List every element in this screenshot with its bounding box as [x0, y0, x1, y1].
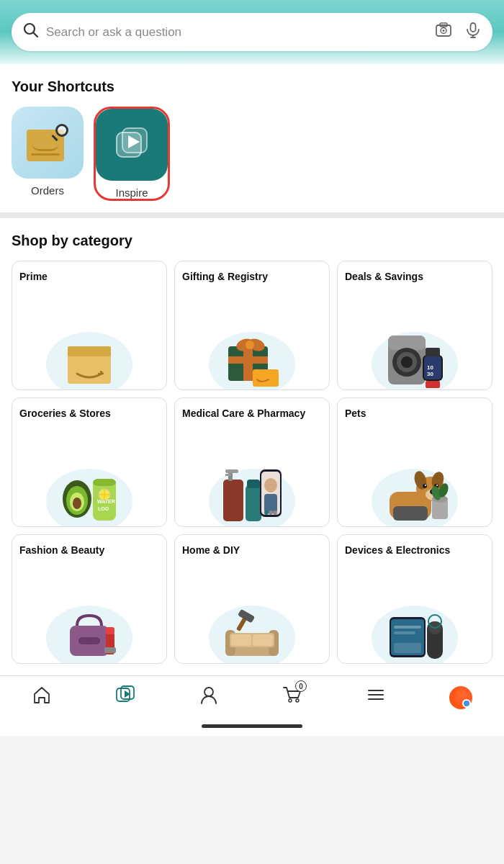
deals-product: 10 30: [345, 302, 485, 390]
category-prime[interactable]: Prime: [12, 261, 167, 390]
category-fashion[interactable]: Fashion & Beauty: [12, 534, 167, 664]
category-pets[interactable]: Pets: [337, 397, 492, 527]
svg-rect-45: [225, 469, 238, 473]
camera-icon[interactable]: [435, 22, 452, 42]
category-groceries-label: Groceries & Stores: [19, 407, 159, 433]
cart-count-badge: 0: [295, 680, 307, 692]
inspire-nav-icon: [115, 685, 135, 710]
medical-product: [182, 438, 322, 526]
gift-svg: [220, 325, 284, 390]
category-deals[interactable]: Deals & Savings: [337, 261, 492, 390]
category-medical[interactable]: Medical Care & Pharmacy: [174, 397, 330, 527]
search-icon: [23, 22, 39, 42]
deals-img: 10 30: [345, 302, 485, 390]
fashion-product: [19, 575, 159, 663]
medical-svg: [220, 458, 284, 526]
category-gifting[interactable]: Gifting & Registry: [174, 261, 330, 390]
svg-rect-31: [426, 348, 440, 356]
category-fashion-label: Fashion & Beauty: [19, 544, 159, 570]
svg-point-54: [269, 510, 273, 515]
account-nav-icon: [199, 685, 219, 710]
search-placeholder-text: Search or ask a question: [46, 25, 428, 40]
devices-product: [345, 575, 485, 663]
svg-rect-30: [426, 381, 440, 388]
svg-point-96: [289, 699, 292, 702]
menu-nav-icon: [366, 685, 386, 710]
shortcuts-section: Your Shortcuts Orders: [0, 64, 504, 212]
fashion-img: [19, 575, 159, 663]
groceries-img: WATER LOO: [19, 438, 159, 526]
category-home-label: Home & DIY: [182, 544, 322, 570]
pets-img: [345, 438, 485, 526]
category-groceries[interactable]: Groceries & Stores WAT: [12, 397, 167, 527]
nav-cart[interactable]: 0: [282, 685, 302, 710]
orders-icon-box: [12, 107, 84, 179]
groceries-product: WATER LOO: [19, 438, 159, 526]
orders-magnify: [50, 124, 68, 143]
orders-label: Orders: [31, 184, 64, 197]
svg-point-63: [423, 484, 427, 488]
svg-point-35: [73, 498, 81, 509]
mic-icon[interactable]: [465, 22, 481, 42]
svg-rect-52: [264, 494, 277, 513]
category-devices-label: Devices & Electronics: [345, 544, 485, 570]
orders-smile: [32, 144, 58, 151]
svg-text:10: 10: [427, 364, 433, 371]
groceries-svg: WATER LOO: [57, 462, 122, 526]
home-svg: [220, 606, 284, 663]
prime-img: [19, 302, 159, 390]
nav-menu[interactable]: [366, 685, 386, 710]
svg-rect-46: [225, 474, 231, 476]
pets-svg: [379, 462, 451, 526]
svg-point-55: [273, 510, 277, 515]
svg-rect-75: [104, 647, 116, 653]
shortcut-inspire[interactable]: Inspire: [94, 107, 170, 201]
svg-rect-91: [394, 643, 421, 653]
category-prime-label: Prime: [19, 270, 159, 296]
inspire-icon-box: [96, 109, 168, 181]
svg-text:LOO: LOO: [98, 506, 109, 511]
pets-product: [345, 438, 485, 526]
svg-rect-43: [223, 480, 243, 521]
category-grid: Prime: [12, 261, 492, 664]
magnify-circle: [55, 124, 68, 137]
devices-img: [345, 575, 485, 663]
inspire-icon: [112, 125, 151, 164]
ai-nav-icon: [449, 686, 472, 709]
gifting-img: [182, 302, 322, 390]
nav-inspire[interactable]: [115, 685, 135, 710]
svg-rect-13: [68, 346, 111, 356]
section-separator: [0, 212, 504, 218]
category-home[interactable]: Home & DIY: [174, 534, 330, 664]
svg-point-25: [401, 356, 413, 368]
svg-rect-57: [393, 506, 428, 521]
svg-point-53: [264, 510, 269, 515]
svg-point-65: [425, 485, 426, 486]
svg-rect-47: [246, 485, 261, 521]
svg-rect-83: [238, 609, 255, 624]
category-devices[interactable]: Devices & Electronics: [337, 534, 492, 664]
devices-svg: [382, 606, 447, 663]
nav-ai[interactable]: [449, 686, 472, 709]
svg-rect-6: [471, 23, 476, 32]
category-section: Shop by category Prime: [0, 218, 504, 675]
shortcuts-title: Your Shortcuts: [12, 78, 492, 95]
home-img: [182, 575, 322, 663]
svg-point-95: [204, 688, 213, 696]
svg-rect-90: [394, 631, 415, 634]
medical-img: [182, 438, 322, 526]
svg-rect-48: [247, 480, 260, 488]
search-bar[interactable]: Search or ask a question: [12, 13, 492, 51]
shortcut-orders[interactable]: Orders: [12, 107, 84, 197]
svg-rect-16: [243, 346, 253, 381]
svg-rect-20: [253, 369, 279, 387]
category-pets-label: Pets: [345, 407, 485, 433]
gifting-product: [182, 302, 322, 390]
fashion-svg: [57, 606, 122, 663]
svg-point-19: [246, 341, 254, 349]
prime-product: [19, 302, 159, 390]
svg-rect-81: [253, 634, 273, 646]
nav-account[interactable]: [199, 685, 219, 710]
nav-home[interactable]: [32, 685, 52, 710]
category-medical-label: Medical Care & Pharmacy: [182, 407, 322, 433]
